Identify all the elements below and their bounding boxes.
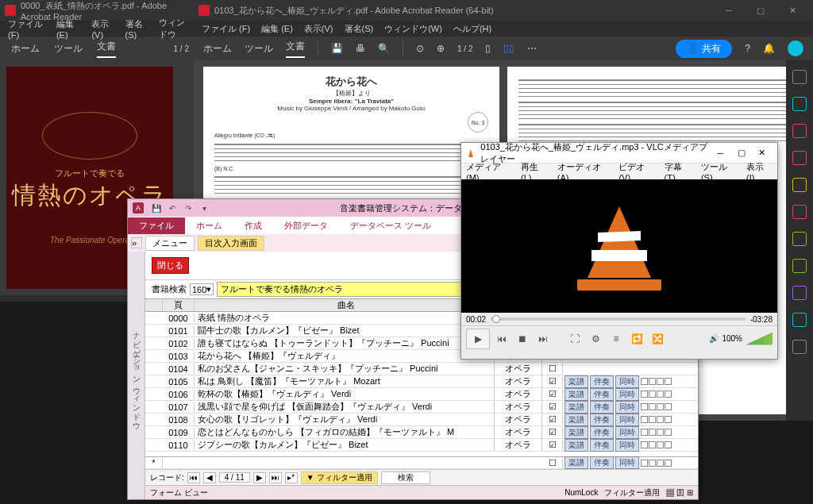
search-icon[interactable]: 🔍 <box>378 43 390 54</box>
accomp-button[interactable]: 伴奏 <box>590 456 614 469</box>
both-button[interactable]: 同時 <box>615 375 639 388</box>
page-up-icon[interactable]: ⊙ <box>416 43 424 54</box>
prev-button[interactable]: ⏮ <box>493 330 511 348</box>
undo-icon[interactable]: ↶ <box>166 202 179 214</box>
accomp-button[interactable]: 伴奏 <box>590 439 614 452</box>
menu-help[interactable]: ヘルプ(H) <box>453 23 491 35</box>
option-checkboxes[interactable] <box>641 378 672 385</box>
bell-icon[interactable]: 🔔 <box>763 43 775 54</box>
tab-tool[interactable]: ツール <box>245 42 273 56</box>
create-icon[interactable] <box>792 151 807 165</box>
book-id-combo[interactable]: 160 ▾ <box>190 283 214 295</box>
both-button[interactable]: 同時 <box>615 401 639 414</box>
ribbon-home[interactable]: ホーム <box>185 217 233 234</box>
ribbon-db[interactable]: データベース ツール <box>339 217 442 234</box>
accomp-button[interactable]: 伴奏 <box>590 414 614 426</box>
score-button[interactable]: 楽譜 <box>564 439 588 452</box>
score-button[interactable]: 楽譜 <box>564 401 588 414</box>
table-row[interactable]: 0109恋とはどんなものかしら 【フィガロの結婚】『モーツァルト』 Mオペラ☑楽… <box>145 426 698 439</box>
more-icon[interactable]: ⋯ <box>527 43 537 54</box>
remaining-time[interactable]: -03:28 <box>750 315 773 324</box>
form-tab-toc[interactable]: 目次入力画面 <box>198 236 264 251</box>
close-button[interactable]: ✕ <box>752 148 773 158</box>
ribbon-file[interactable]: ファイル <box>128 217 185 234</box>
shuffle-button[interactable]: 🔀 <box>649 330 666 348</box>
settings-button[interactable]: ⚙ <box>587 330 604 348</box>
row-checkbox[interactable]: ☑ <box>542 440 563 450</box>
new-record-button[interactable]: ▸* <box>285 472 298 483</box>
accomp-button[interactable]: 伴奏 <box>590 388 614 401</box>
both-button[interactable]: 同時 <box>615 426 639 439</box>
both-button[interactable]: 同時 <box>615 414 639 426</box>
score-button[interactable]: 楽譜 <box>564 388 588 401</box>
menu-edit[interactable]: 編集 (E) <box>56 18 81 40</box>
speaker-icon[interactable]: 🔊 <box>709 334 719 343</box>
row-checkbox[interactable]: ☑ <box>542 414 563 425</box>
navigation-pane[interactable]: ナビゲーション ウィンドウ <box>128 252 145 499</box>
video-area[interactable] <box>461 179 777 313</box>
qat-dropdown-icon[interactable]: ▾ <box>198 202 210 214</box>
row-checkbox[interactable]: ☑ <box>542 427 563 437</box>
volume-slider[interactable] <box>746 333 773 345</box>
tab-home[interactable]: ホーム <box>203 42 232 56</box>
minimize-button[interactable]: ─ <box>713 0 745 21</box>
score-button[interactable]: 楽譜 <box>564 375 588 388</box>
menu-sign[interactable]: 署名(S) <box>125 18 148 40</box>
row-checkbox[interactable]: ☑ <box>542 402 563 412</box>
layout-icon[interactable]: ▯▯ <box>503 43 514 54</box>
convert-icon[interactable] <box>792 313 807 327</box>
seek-slider[interactable] <box>491 317 746 321</box>
elapsed-time[interactable]: 00:02 <box>466 315 486 324</box>
stop-button[interactable]: ⏹ <box>514 330 531 348</box>
score-button[interactable]: 楽譜 <box>564 414 588 426</box>
col-page[interactable]: 頁 <box>163 299 195 311</box>
menu-sign[interactable]: 署名(S) <box>345 23 374 35</box>
first-record-button[interactable]: ⏮ <box>187 472 200 483</box>
table-row[interactable]: 0106乾杯の歌【椿姫】『ヴェルディ』 Verdiオペラ☑楽譜伴奏同時 <box>145 388 698 401</box>
next-button[interactable]: ⏭ <box>534 330 552 348</box>
combine-icon[interactable] <box>792 205 807 219</box>
print-icon[interactable]: 🖶 <box>356 43 365 54</box>
menu-view[interactable]: 表示(V) <box>91 18 114 40</box>
row-checkbox[interactable]: ☑ <box>542 376 563 387</box>
save-icon[interactable]: 💾 <box>331 43 343 54</box>
close-button[interactable]: ✕ <box>776 0 808 21</box>
option-checkboxes[interactable] <box>641 403 672 410</box>
both-button[interactable]: 同時 <box>615 456 639 469</box>
table-row[interactable]: 0110ジプシーの歌【カルメン】『ビゼー』 Bizetオペラ☑楽譜伴奏同時 <box>145 439 698 452</box>
table-row[interactable]: 0108女心の歌【リゴレット】『ヴェルディ』 Verdiオペラ☑楽譜伴奏同時 <box>145 414 698 426</box>
score-button[interactable]: 楽譜 <box>564 456 588 469</box>
organize-icon[interactable] <box>792 232 807 246</box>
both-button[interactable]: 同時 <box>615 439 639 452</box>
row-checkbox[interactable]: ☐ <box>542 364 563 374</box>
compress-icon[interactable] <box>792 259 807 273</box>
col-title[interactable]: 曲名 <box>195 299 495 311</box>
zoom-icon[interactable] <box>792 70 807 84</box>
redo-icon[interactable]: ↷ <box>182 202 195 214</box>
menu-view[interactable]: 表示(V) <box>304 23 333 35</box>
menu-file[interactable]: ファイル (F) <box>202 23 250 35</box>
tab-doc[interactable]: 文書 <box>97 40 116 58</box>
page-down-icon[interactable]: ⊕ <box>437 43 445 54</box>
row-checkbox[interactable]: ☑ <box>542 389 563 399</box>
table-row[interactable]: 0104私のお父さん【ジャンニ・スキッキ】『プッチーニ』 Pucciniオペラ☐ <box>145 363 698 375</box>
menu-file[interactable]: ファイル (F) <box>8 18 45 40</box>
fullscreen-button[interactable]: ⛶ <box>566 330 584 348</box>
menu-edit[interactable]: 編集 (E) <box>261 23 293 35</box>
prev-record-button[interactable]: ◀ <box>203 472 216 483</box>
avatar-icon[interactable] <box>788 40 803 56</box>
share-button[interactable]: 👤 共有 <box>676 40 732 58</box>
ribbon-external[interactable]: 外部データ <box>273 217 339 234</box>
next-record-button[interactable]: ▶ <box>253 472 266 483</box>
maximize-button[interactable]: ▢ <box>730 148 751 158</box>
tab-home[interactable]: ホーム <box>11 42 40 56</box>
save-icon[interactable]: 💾 <box>150 202 163 214</box>
loop-button[interactable]: 🔁 <box>628 330 645 348</box>
play-button[interactable]: ▶ <box>466 329 490 349</box>
score-button[interactable]: 楽譜 <box>564 426 588 439</box>
export-icon[interactable] <box>792 97 807 111</box>
titlebar[interactable]: 0103_花から花へ_椿姫_ヴェルディ.pdf - Adobe Acrobat … <box>194 0 813 21</box>
form-close-button[interactable]: 閉じる <box>152 257 189 274</box>
menu-window[interactable]: ウィンドウ(W) <box>384 23 442 35</box>
option-checkboxes[interactable] <box>641 441 672 448</box>
